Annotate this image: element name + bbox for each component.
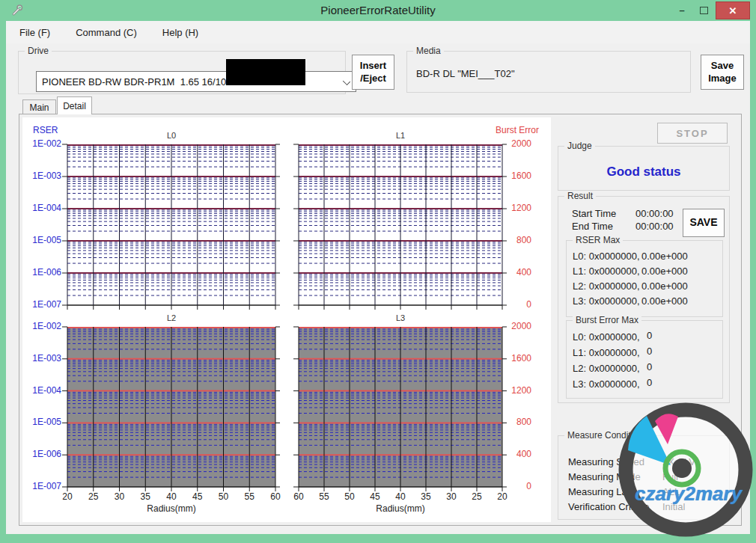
watermark-hub (672, 458, 692, 478)
close-button[interactable]: ✕ (716, 1, 750, 19)
result-group-label: Result (564, 191, 596, 201)
minimize-button[interactable]: – (672, 3, 692, 17)
end-time-value: 00:00:00 (635, 221, 674, 232)
tab-main[interactable]: Main (22, 99, 56, 114)
drive-select[interactable]: PIONEER BD-RW BDR-PR1M 1.65 16/10/05 (36, 71, 356, 92)
start-time-label: Start Time (572, 208, 616, 219)
drive-selected-value: PIONEER BD-RW BDR-PR1M 1.65 16/10/05 (37, 76, 240, 88)
rser-axis-title: RSER (33, 125, 78, 135)
watermark-text: czary2mary (635, 482, 740, 506)
drive-group-label: Drive (25, 46, 52, 56)
burst-max-l3-value: 0 (647, 377, 652, 388)
burst-max-l1-label: L1: 0x0000000, (573, 347, 640, 358)
insert-eject-button[interactable]: Insert /Eject (352, 55, 394, 90)
menu-item-help[interactable]: Help (H) (159, 25, 201, 40)
rser-max-l3-value: 0.00e+000 (641, 295, 688, 307)
rser-max-l2-label: L2: 0x0000000, (573, 280, 640, 292)
burst-max-l2-value: 0 (647, 361, 652, 372)
rser-max-l3-label: L3: 0x0000000, (573, 295, 640, 307)
app-window: PioneerErrorRateUtility – ✕ File (F) Com… (0, 0, 756, 543)
media-group-label: Media (413, 46, 444, 56)
window-title: PioneerErrorRateUtility (0, 4, 756, 16)
burst-error-max-group-label: Burst Error Max (573, 315, 641, 325)
save-image-button[interactable]: Save Image (701, 55, 744, 90)
save-image-line1: Save (711, 60, 734, 72)
watermark-disc-logo (612, 387, 756, 543)
start-time-value: 00:00:00 (635, 208, 674, 219)
titlebar: PioneerErrorRateUtility – ✕ (0, 0, 756, 21)
media-groupbox: Media BD-R DL "MEI___T02" (406, 51, 691, 93)
rser-max-l1-label: L1: 0x0000000, (573, 266, 640, 277)
judge-group-label: Judge (564, 141, 595, 151)
chevron-down-icon (343, 78, 350, 85)
save-button[interactable]: SAVE (683, 209, 725, 237)
burst-max-l2-label: L2: 0x0000000, (573, 363, 640, 374)
menu-item-command[interactable]: Command (C) (73, 25, 140, 40)
burst-error-axis-title: Burst Error (479, 125, 539, 135)
judge-status-text: Good status (558, 165, 729, 180)
minimize-icon: – (679, 4, 684, 16)
redaction-overlay (226, 59, 305, 85)
chart-panel (22, 117, 551, 522)
rser-max-groupbox: RSER Max L0: 0x0000000, 0.00e+000 L1: 0x… (566, 240, 723, 317)
end-time-label: End Time (572, 221, 613, 232)
rser-max-l0-label: L0: 0x0000000, (573, 251, 640, 262)
insert-eject-line1: Insert (360, 60, 386, 72)
tab-detail[interactable]: Detail (57, 96, 92, 114)
menubar: File (F) Command (C) Help (H) (6, 21, 750, 43)
burst-max-l0-value: 0 (647, 330, 652, 341)
result-groupbox: Result Start Time 00:00:00 End Time 00:0… (558, 196, 730, 403)
burst-max-l0-label: L0: 0x0000000, (573, 331, 640, 343)
rser-max-group-label: RSER Max (573, 235, 623, 245)
close-icon: ✕ (729, 5, 737, 16)
menu-item-file[interactable]: File (F) (16, 25, 53, 40)
burst-max-l1-value: 0 (647, 346, 652, 357)
save-image-line2: Image (708, 73, 737, 85)
maximize-icon (700, 7, 708, 14)
maximize-button[interactable] (695, 3, 713, 17)
judge-groupbox: Judge Good status (558, 146, 730, 191)
rser-max-l1-value: 0.00e+000 (641, 266, 688, 277)
rser-max-l0-value: 0.00e+000 (641, 251, 688, 262)
media-value: BD-R DL "MEI___T02" (416, 68, 515, 79)
stop-button[interactable]: STOP (657, 123, 728, 144)
insert-eject-line2: /Eject (360, 73, 386, 85)
rser-max-l2-value: 0.00e+000 (641, 280, 688, 292)
